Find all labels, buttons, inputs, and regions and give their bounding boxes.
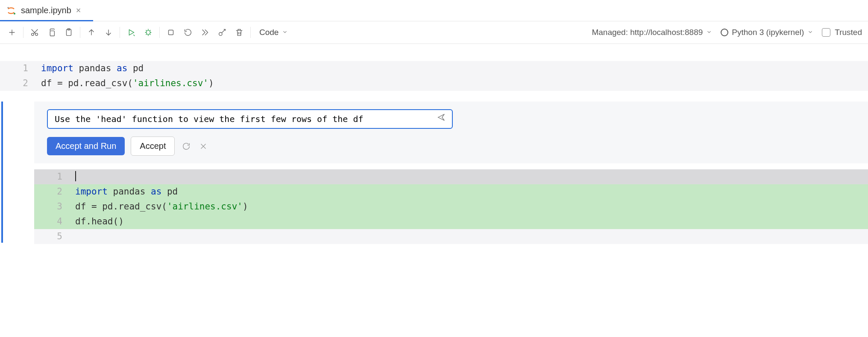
svg-point-1 (14, 13, 15, 15)
run-all-icon[interactable] (199, 26, 211, 38)
paste-icon[interactable] (63, 26, 75, 38)
svg-point-0 (7, 7, 9, 8)
code-editor[interactable]: import pandas as pd df = pd.read_csv('ai… (34, 61, 868, 91)
text-cursor (75, 171, 76, 181)
copy-icon[interactable] (46, 26, 58, 38)
kernel-dropdown[interactable]: Python 3 (ipykernel) (721, 28, 813, 37)
server-dropdown[interactable]: Managed: http://localhost:8889 (592, 28, 712, 37)
run-icon[interactable] (125, 26, 137, 38)
checkbox-icon (822, 28, 830, 37)
trusted-label: Trusted (835, 28, 862, 37)
add-cell-button[interactable] (6, 26, 18, 38)
chevron-down-icon (282, 28, 288, 37)
line-number: 1 (34, 169, 68, 184)
kernel-status-icon (721, 29, 728, 36)
ai-suggestion-diff[interactable]: 1 2 import pandas as pd 3 df = pd.read_c… (34, 169, 868, 244)
close-icon[interactable]: × (75, 6, 82, 15)
cut-icon[interactable] (29, 26, 41, 38)
send-icon[interactable] (437, 112, 446, 127)
line-number: 5 (34, 229, 68, 244)
move-up-icon[interactable] (85, 26, 97, 38)
chevron-down-icon (706, 28, 712, 37)
trusted-toggle[interactable]: Trusted (822, 28, 862, 37)
close-icon[interactable] (198, 141, 209, 152)
notebook-toolbar: Code Managed: http://localhost:8889 Pyth… (0, 21, 868, 44)
line-number: 3 (34, 199, 68, 214)
chevron-down-icon (807, 28, 813, 37)
cell-type-dropdown[interactable]: Code (256, 26, 291, 39)
active-cell-marker (1, 102, 3, 243)
stop-icon[interactable] (165, 26, 177, 38)
line-number: 2 (34, 184, 68, 199)
notebook-tab[interactable]: sample.ipynb × (0, 0, 88, 21)
svg-point-9 (219, 32, 222, 35)
server-label: Managed: http://localhost:8889 (592, 28, 703, 37)
restart-icon[interactable] (182, 26, 194, 38)
svg-point-2 (32, 33, 34, 36)
line-number: 1 (0, 61, 28, 76)
svg-rect-4 (50, 31, 54, 36)
line-number: 4 (34, 214, 68, 229)
debug-icon[interactable] (142, 26, 154, 38)
jupyter-icon (6, 6, 16, 16)
tab-bar: sample.ipynb × (0, 0, 868, 21)
svg-point-3 (35, 33, 38, 36)
code-cell[interactable]: 1 2 import pandas as pd df = pd.read_csv… (0, 61, 868, 91)
cell-type-label: Code (259, 28, 279, 37)
line-number: 2 (0, 76, 28, 91)
notebook-body: 1 2 import pandas as pd df = pd.read_csv… (0, 44, 868, 257)
move-down-icon[interactable] (103, 26, 114, 38)
tab-title: sample.ipynb (21, 6, 71, 15)
ai-prompt-input[interactable] (47, 109, 453, 129)
svg-rect-8 (169, 30, 173, 35)
accept-button[interactable]: Accept (131, 137, 175, 156)
ai-prompt-field[interactable] (54, 113, 437, 125)
svg-point-7 (146, 30, 150, 34)
regenerate-icon[interactable] (181, 141, 192, 152)
delete-icon[interactable] (233, 26, 245, 38)
tab-active-indicator (0, 20, 93, 21)
kernel-label: Python 3 (ipykernel) (732, 28, 804, 37)
ai-assist-cell: Accept and Run Accept 1 (0, 91, 868, 244)
clear-outputs-icon[interactable] (216, 26, 228, 38)
accept-and-run-button[interactable]: Accept and Run (47, 137, 125, 155)
